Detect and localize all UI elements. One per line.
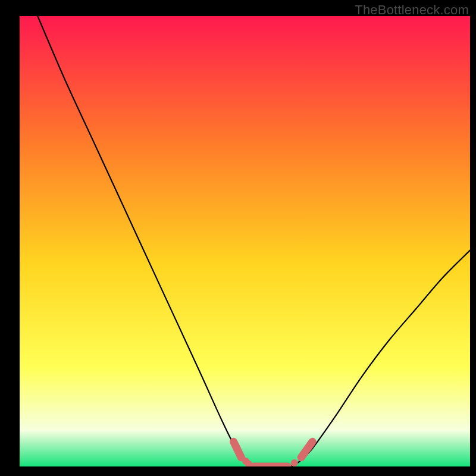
watermark-text: TheBottleneck.com (355, 2, 469, 18)
plot-area (20, 16, 470, 466)
gradient-background (20, 16, 470, 466)
chart-svg (20, 16, 470, 466)
chart-stage: TheBottleneck.com (0, 0, 476, 476)
pink-dot-3 (291, 459, 298, 466)
